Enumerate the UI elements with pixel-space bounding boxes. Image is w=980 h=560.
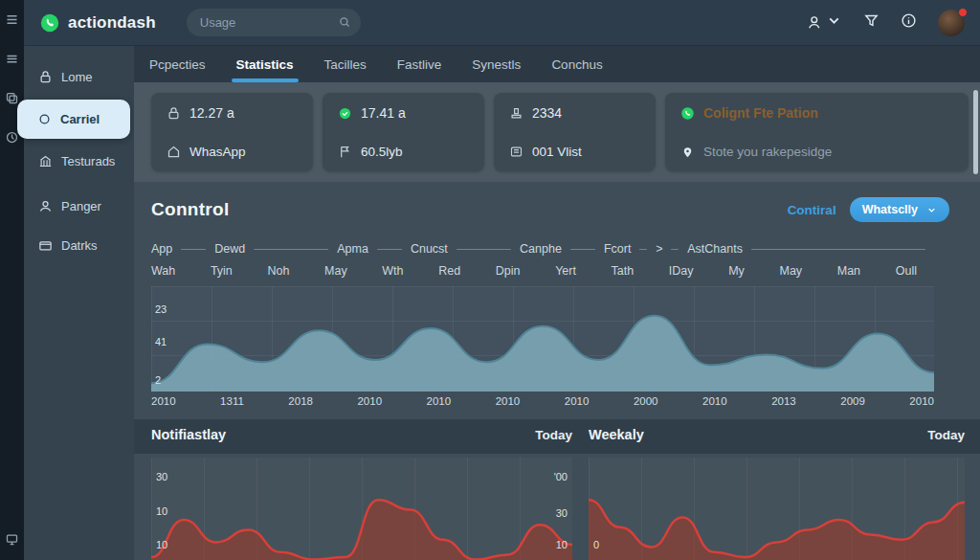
person-icon <box>38 199 53 213</box>
bank-icon <box>38 154 53 168</box>
main-content: 12.27 a WhasApp 17.41 a 60.5lyb <box>134 82 980 560</box>
stat-card-usage[interactable]: 12.27 a WhasApp <box>151 93 313 171</box>
brand-name: actiondash <box>68 13 156 33</box>
tab-statistics[interactable]: Statistics <box>236 46 294 82</box>
pin-icon <box>680 145 695 159</box>
legend-label: Apma <box>337 242 368 256</box>
stat-card-count[interactable]: 2334 001 Vlist <box>494 93 656 171</box>
y-axis-tick: 2 <box>155 374 161 386</box>
stat-value: 2334 <box>532 105 562 121</box>
legend-line <box>751 249 925 250</box>
tab-fastlive[interactable]: Fastlive <box>397 46 442 82</box>
chart-legend: App Dewd Apma Cnucst <box>151 242 934 256</box>
sidebar-item-carriel[interactable]: Carriel <box>17 100 130 139</box>
stat-label: 60.5lyb <box>361 145 403 159</box>
day-label: Red <box>438 264 460 278</box>
sidebar-item-datrks[interactable]: Datrks <box>24 226 134 265</box>
account-menu-button[interactable] <box>807 12 842 33</box>
chevron-down-icon <box>926 205 937 215</box>
monitor-icon[interactable] <box>5 532 19 547</box>
x-axis-tick: 2018 <box>288 395 313 407</box>
x-axis-tick: 2010 <box>565 395 590 407</box>
circle-icon <box>37 112 52 126</box>
stat-label: Stote you rakepesidge <box>703 145 832 159</box>
sidebar-item-lome[interactable]: Lome <box>24 57 134 97</box>
notifications-panel-header: Notifiastlay Today <box>151 427 572 442</box>
y-axis-tick: 30 <box>556 507 568 519</box>
search-input[interactable] <box>187 9 361 36</box>
section-header: Conntrol Contiral Whatsclly <box>151 197 949 222</box>
panel-title: Weekaly <box>589 427 644 442</box>
y-axis-tick: 0 <box>593 539 599 550</box>
tab-tacilles[interactable]: Tacilles <box>324 46 367 82</box>
legend-line <box>570 249 595 250</box>
day-label: Tath <box>612 264 635 278</box>
list-icon[interactable] <box>5 52 19 66</box>
stat-value: 12.27 a <box>189 105 234 121</box>
notification-badge <box>958 8 968 17</box>
section-link[interactable]: Contiral <box>788 203 836 217</box>
x-axis-tick: 2010 <box>151 395 176 407</box>
info-button[interactable] <box>901 12 917 33</box>
legend-label: Ast <box>687 242 704 256</box>
x-axis-tick: 2010 <box>357 395 382 407</box>
sidebar-item-testurads[interactable]: Testurads <box>24 142 134 181</box>
chart-filter-dropdown[interactable]: Whatsclly <box>850 197 949 222</box>
x-axis-tick: 2000 <box>634 395 658 407</box>
x-axis-tick: 2009 <box>840 395 865 407</box>
tab-synestls[interactable]: Synestls <box>472 46 521 82</box>
y-axis-tick: '00 <box>554 471 568 482</box>
list-icon <box>509 145 523 159</box>
legend-label: App <box>151 242 172 256</box>
stat-cards: 12.27 a WhasApp 17.41 a 60.5lyb <box>151 93 969 171</box>
x-axis-tick: 2010 <box>427 395 452 407</box>
sidebar: Lome Carriel Testurads Panger Datrks <box>24 46 134 560</box>
area-chart-svg <box>151 458 572 560</box>
legend-label: > <box>656 242 662 256</box>
x-axis-tick: 1311 <box>220 395 244 407</box>
section-title: Conntrol <box>151 199 230 220</box>
notifications-chart[interactable]: 30 10 10 '00 30 10 <box>151 458 572 560</box>
check-circle-icon <box>338 106 352 121</box>
y-axis-tick: 41 <box>155 336 167 347</box>
user-icon <box>807 14 823 31</box>
weekly-chart[interactable]: 0 <box>589 458 965 560</box>
sidebar-item-panger[interactable]: Panger <box>24 187 134 226</box>
main-area-chart[interactable]: 23 41 2 <box>151 286 934 392</box>
lock-icon <box>167 106 181 121</box>
day-label: My <box>728 264 745 278</box>
panel-period[interactable]: Today <box>535 428 572 442</box>
tab-conchus[interactable]: Conchus <box>551 46 602 82</box>
stamp-icon <box>509 106 523 121</box>
sidebar-item-label: Carriel <box>60 112 100 126</box>
legend-label: Fcort <box>604 242 631 256</box>
search-icon[interactable] <box>338 15 351 33</box>
copy-icon[interactable] <box>5 91 19 105</box>
y-axis-tick: 30 <box>156 471 167 482</box>
brand[interactable]: actiondash <box>39 12 156 34</box>
day-label: Man <box>837 264 860 278</box>
avatar[interactable] <box>938 10 965 36</box>
x-axis-tick: 2013 <box>771 395 796 407</box>
app-window: actiondash <box>0 0 980 560</box>
legend-line <box>377 249 402 250</box>
stat-card-time[interactable]: 17.41 a 60.5lyb <box>323 93 484 171</box>
whatsapp-logo-icon <box>39 12 60 34</box>
panel-title: Notifiastlay <box>151 427 226 442</box>
stat-label: 001 Vlist <box>532 145 582 159</box>
filter-button[interactable] <box>863 12 880 33</box>
stat-card-station[interactable]: Colignt Fte Pation Stote you rakepesidge <box>665 93 969 171</box>
day-label: May <box>324 264 347 278</box>
scrollbar-thumb[interactable] <box>973 90 978 174</box>
y-axis-tick: 10 <box>556 539 568 550</box>
menu-icon[interactable] <box>5 12 19 27</box>
chevron-down-icon <box>826 12 842 33</box>
legend-label: Cnucst <box>411 242 448 256</box>
x-axis-labels: 2010 1311 2018 2010 2010 2010 2010 2000 … <box>151 395 934 407</box>
info-icon <box>901 12 917 29</box>
area-chart-svg <box>589 458 965 560</box>
y-axis-tick: 23 <box>155 303 167 315</box>
tab-pcpecties[interactable]: Pcpecties <box>149 46 206 82</box>
home-icon <box>167 145 181 159</box>
panel-period[interactable]: Today <box>927 428 965 442</box>
